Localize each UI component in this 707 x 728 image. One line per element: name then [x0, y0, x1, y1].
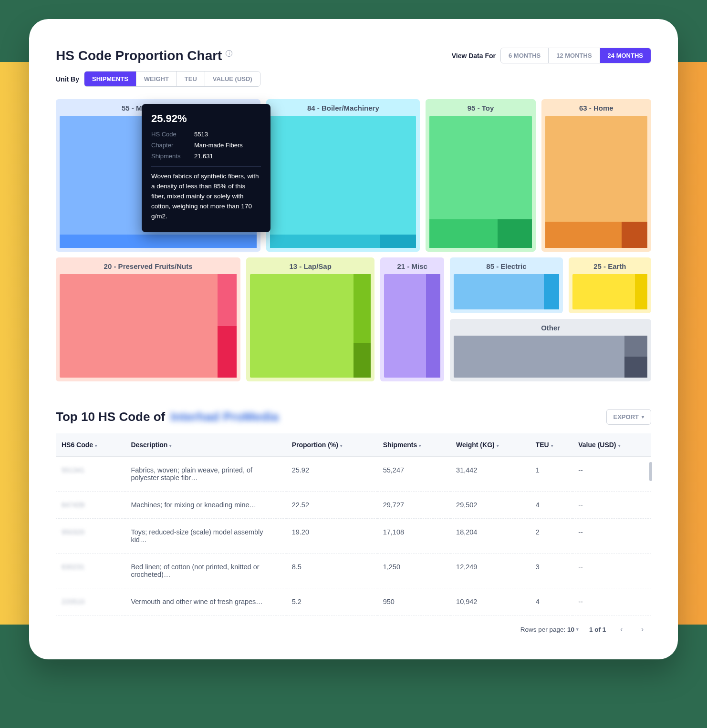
cell-value: --: [572, 519, 651, 554]
cell-description: Vermouth and other wine of fresh grapes…: [125, 588, 286, 615]
next-page-button[interactable]: ›: [637, 623, 647, 636]
tile-other[interactable]: Other: [450, 319, 651, 381]
cell-proportion: 8.5: [286, 554, 377, 588]
cell-teu: 1: [530, 457, 572, 492]
view-filter: View Data For 6 MONTHS 12 MONTHS 24 MONT…: [452, 48, 651, 63]
cell-value: --: [572, 492, 651, 519]
page-title: HS Code Proportion Chart: [56, 48, 222, 63]
cell-shipments: 55,247: [377, 457, 450, 492]
cell-proportion: 5.2: [286, 588, 377, 615]
table-scrollbar-thumb[interactable]: [649, 462, 652, 481]
cell-weight: 18,204: [450, 519, 530, 554]
cell-shipments: 950: [377, 588, 450, 615]
tile-84[interactable]: 84 - Boiler/Machinery: [266, 99, 420, 252]
sort-icon: ▾: [419, 443, 421, 448]
cell-value: --: [572, 457, 651, 492]
sort-icon: ▾: [551, 443, 553, 448]
cell-code: 630231: [56, 554, 125, 588]
table-row[interactable]: 847439Machines; for mixing or kneading m…: [56, 492, 651, 519]
tile-95[interactable]: 95 - Toy: [426, 99, 535, 252]
cell-description: Machines; for mixing or kneading mine…: [125, 492, 286, 519]
col-hs6[interactable]: HS6 Code▾: [56, 433, 125, 457]
view-6-months[interactable]: 6 MONTHS: [501, 48, 548, 63]
tile-85[interactable]: 85 - Electric: [450, 257, 562, 313]
cell-shipments: 1,250: [377, 554, 450, 588]
col-weight[interactable]: Weight (KG)▾: [450, 433, 530, 457]
col-teu[interactable]: TEU▾: [530, 433, 572, 457]
cell-value: --: [572, 588, 651, 615]
cell-code: 551341: [56, 457, 125, 492]
cell-teu: 2: [530, 519, 572, 554]
cell-description: Bed linen; of cotton (not printed, knitt…: [125, 554, 286, 588]
unit-label: Unit By: [56, 75, 79, 83]
export-button[interactable]: EXPORT ▾: [606, 409, 651, 425]
header-row: HS Code Proportion Chart i View Data For…: [56, 48, 651, 87]
cell-weight: 29,502: [450, 492, 530, 519]
cell-teu: 4: [530, 588, 572, 615]
view-12-months[interactable]: 12 MONTHS: [548, 48, 599, 63]
treemap-tooltip: 25.92% HS Code5513 ChapterMan-made Fiber…: [142, 104, 270, 232]
cell-code: 220510: [56, 588, 125, 615]
page-status: 1 of 1: [589, 626, 606, 633]
cell-proportion: 22.52: [286, 492, 377, 519]
chevron-down-icon: ▾: [642, 414, 644, 420]
unit-segmented: SHIPMENTS WEIGHT TEU VALUE (USD): [84, 71, 260, 87]
cell-value: --: [572, 554, 651, 588]
tile-25[interactable]: 25 - Earth: [569, 257, 651, 313]
unit-filter: Unit By SHIPMENTS WEIGHT TEU VALUE (USD): [56, 71, 260, 87]
hs-code-table: HS6 Code▾ Description▾ Proportion (%)▾ S…: [56, 433, 651, 615]
cell-shipments: 29,727: [377, 492, 450, 519]
sort-icon: ▾: [497, 443, 499, 448]
cell-teu: 3: [530, 554, 572, 588]
table-title: Top 10 HS Code of Interhad ProMedia: [56, 410, 279, 424]
table-subject-blurred: Interhad ProMedia: [170, 410, 279, 424]
sort-icon: ▾: [169, 443, 172, 448]
tile-63[interactable]: 63 - Home: [541, 99, 651, 252]
table-row[interactable]: 630231Bed linen; of cotton (not printed,…: [56, 554, 651, 588]
col-shipments[interactable]: Shipments▾: [377, 433, 450, 457]
cell-description: Fabrics, woven; plain weave, printed, of…: [125, 457, 286, 492]
unit-teu[interactable]: TEU: [177, 72, 205, 86]
tooltip-percent: 25.92%: [151, 113, 261, 125]
cell-proportion: 19.20: [286, 519, 377, 554]
col-description[interactable]: Description▾: [125, 433, 286, 457]
col-value[interactable]: Value (USD)▾: [572, 433, 651, 457]
unit-weight[interactable]: WEIGHT: [136, 72, 177, 86]
sort-icon: ▾: [95, 443, 97, 448]
view-label: View Data For: [452, 52, 496, 60]
table-section: Top 10 HS Code of Interhad ProMedia EXPO…: [56, 409, 651, 636]
view-segmented: 6 MONTHS 12 MONTHS 24 MONTHS: [500, 48, 651, 63]
table-row[interactable]: 551341Fabrics, woven; plain weave, print…: [56, 457, 651, 492]
dashboard-card: HS Code Proportion Chart i View Data For…: [29, 19, 678, 659]
info-icon[interactable]: i: [226, 50, 232, 57]
table-row[interactable]: 950320Toys; reduced-size (scale) model a…: [56, 519, 651, 554]
tooltip-description: Woven fabrics of synthetic fibers, with …: [151, 172, 261, 222]
cell-weight: 10,942: [450, 588, 530, 615]
sort-icon: ▾: [618, 443, 621, 448]
treemap-chart: 25.92% HS Code5513 ChapterMan-made Fiber…: [56, 99, 651, 381]
cell-shipments: 17,108: [377, 519, 450, 554]
unit-shipments[interactable]: SHIPMENTS: [84, 72, 136, 86]
table-row[interactable]: 220510Vermouth and other wine of fresh g…: [56, 588, 651, 615]
tile-21[interactable]: 21 - Misc: [380, 257, 444, 381]
chevron-down-icon: ▾: [576, 627, 579, 632]
prev-page-button[interactable]: ‹: [616, 623, 626, 636]
cell-code: 847439: [56, 492, 125, 519]
cell-proportion: 25.92: [286, 457, 377, 492]
tile-13[interactable]: 13 - Lap/Sap: [246, 257, 374, 381]
view-24-months[interactable]: 24 MONTHS: [600, 48, 651, 63]
unit-value[interactable]: VALUE (USD): [205, 72, 260, 86]
cell-weight: 12,249: [450, 554, 530, 588]
cell-description: Toys; reduced-size (scale) model assembl…: [125, 519, 286, 554]
rows-per-page-select[interactable]: 10 ▾: [567, 626, 579, 633]
pagination: Rows per page: 10 ▾ 1 of 1 ‹ ›: [56, 615, 651, 636]
tile-20[interactable]: 20 - Preserved Fruits/Nuts: [56, 257, 240, 381]
col-proportion[interactable]: Proportion (%)▾: [286, 433, 377, 457]
cell-code: 950320: [56, 519, 125, 554]
cell-weight: 31,442: [450, 457, 530, 492]
sort-icon: ▾: [340, 443, 343, 448]
cell-teu: 4: [530, 492, 572, 519]
